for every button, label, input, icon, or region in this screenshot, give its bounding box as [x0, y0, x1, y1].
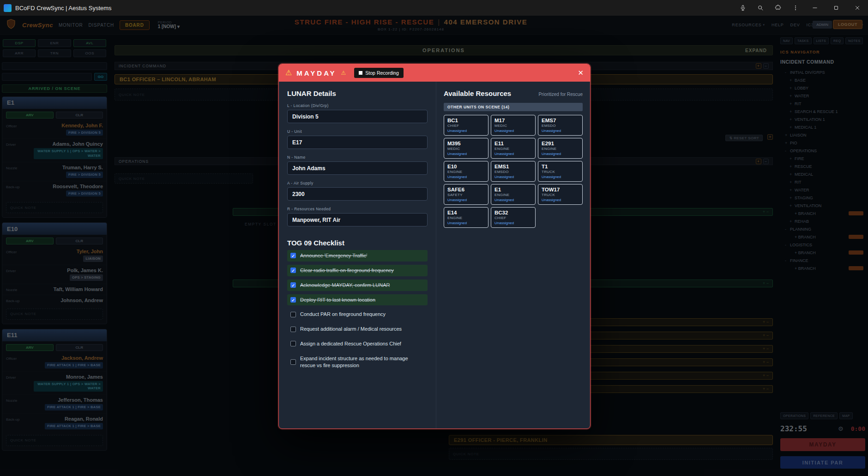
- checklist-item-label: Announce 'Emergency Traffic': [300, 252, 367, 259]
- unit-status: Unassigned: [542, 175, 579, 179]
- checklist-item[interactable]: Conduct PAR on fireground frequency: [287, 309, 428, 320]
- maximize-button[interactable]: [826, 0, 847, 16]
- lunar-fields: L - Location (Div/Grp) U - Unit N - Name: [287, 103, 428, 226]
- unit-type: ENGINE: [494, 147, 532, 151]
- unit-id: M395: [447, 141, 485, 146]
- resource-unit-card[interactable]: SAFE6 SAFETY Unassigned: [444, 184, 488, 205]
- minimize-button[interactable]: [804, 0, 826, 16]
- unit-id: E10: [447, 164, 485, 169]
- lunar-field-label: A - Air Supply: [287, 181, 428, 185]
- mayday-modal-body: LUNAR Details L - Location (Div/Grp) U -…: [279, 82, 590, 428]
- checklist-checkbox[interactable]: [290, 297, 296, 303]
- checklist-item-label: Acknowledge MAYDAY, confirm LUNAR: [300, 282, 390, 289]
- resource-unit-card[interactable]: M17 MEDIC Unassigned: [491, 115, 536, 136]
- unit-status: Unassigned: [447, 152, 485, 156]
- checklist-item-label: Clear radio traffic on fireground freque…: [300, 267, 394, 274]
- checklist-checkbox[interactable]: [290, 327, 296, 332]
- resource-unit-card[interactable]: T1 TRUCK Unassigned: [538, 161, 583, 182]
- warning-icon: ⚠: [285, 69, 292, 77]
- resource-unit-grid: BC1 CHIEF Unassigned M17 MEDIC Unassigne…: [444, 115, 583, 228]
- unit-status: Unassigned: [542, 198, 579, 202]
- unit-type: TRUCK: [542, 193, 579, 197]
- checklist-checkbox[interactable]: [290, 282, 296, 288]
- checklist-checkbox[interactable]: [290, 341, 296, 346]
- checklist-item[interactable]: Request additional alarm / Medical resou…: [287, 323, 428, 335]
- unit-id: E291: [542, 141, 579, 146]
- resource-unit-card[interactable]: E11 ENGINE Unassigned: [491, 138, 536, 159]
- window-title: BCoFD CrewSync | Aestus Systems: [15, 5, 112, 12]
- checklist-item[interactable]: Acknowledge MAYDAY, confirm LUNAR: [287, 280, 428, 291]
- lunar-field-label: U - Unit: [287, 129, 428, 134]
- unit-type: CHIEF: [494, 216, 532, 220]
- resource-unit-card[interactable]: E14 ENGINE Unassigned: [444, 207, 488, 228]
- resource-unit-card[interactable]: BC1 CHIEF Unassigned: [444, 115, 488, 136]
- unit-status: Unassigned: [447, 221, 485, 225]
- checklist-checkbox[interactable]: [290, 359, 296, 365]
- lunar-field-input[interactable]: [287, 187, 428, 201]
- app-screen: BCoFD CrewSync | Aestus Systems CrewSync…: [0, 0, 868, 476]
- resource-unit-card[interactable]: E10 ENGINE Unassigned: [444, 161, 488, 182]
- lunar-field-input[interactable]: [287, 136, 428, 149]
- checklist-item-label: Conduct PAR on fireground frequency: [300, 311, 386, 318]
- checklist-item[interactable]: Deploy RIT to last known location: [287, 294, 428, 306]
- resource-unit-card[interactable]: TOW17 TRUCK Unassigned: [538, 184, 583, 205]
- warning-icon: ⚠: [341, 70, 346, 76]
- resources-column: Available Resources Prioritized for Resc…: [436, 82, 590, 428]
- checklist-item[interactable]: Clear radio traffic on fireground freque…: [287, 265, 428, 276]
- checklist-checkbox[interactable]: [290, 268, 296, 273]
- lunar-field: U - Unit: [287, 129, 428, 149]
- resource-unit-card[interactable]: EMS1 EMSDO Unassigned: [491, 161, 536, 182]
- close-window-button[interactable]: [847, 0, 868, 16]
- lunar-field: N - Name: [287, 155, 428, 175]
- tog-checklist: Announce 'Emergency Traffic' Clear radio…: [287, 250, 428, 371]
- menu-kebab-icon[interactable]: [787, 0, 804, 16]
- lunar-field-input[interactable]: [287, 161, 428, 175]
- extensions-icon[interactable]: [769, 0, 787, 16]
- checklist-item-label: Assign a dedicated Rescue Operations Chi…: [300, 340, 401, 347]
- lunar-field-input[interactable]: [287, 110, 428, 123]
- checklist-item[interactable]: Announce 'Emergency Traffic': [287, 250, 428, 262]
- stop-icon: [359, 71, 362, 75]
- resource-unit-card[interactable]: E291 ENGINE Unassigned: [538, 138, 583, 159]
- lunar-field: R - Resources Needed: [287, 207, 428, 226]
- unit-status: Unassigned: [494, 129, 532, 133]
- unit-status: Unassigned: [494, 198, 532, 202]
- lunar-details-title: LUNAR Details: [287, 89, 428, 97]
- resource-unit-card[interactable]: EMS7 EMSDO Unassigned: [538, 115, 583, 136]
- checklist-checkbox[interactable]: [290, 312, 296, 317]
- unit-type: EMSDO: [494, 170, 532, 174]
- search-icon[interactable]: [752, 0, 769, 16]
- close-icon[interactable]: ✕: [578, 69, 584, 77]
- checklist-item-label: Request additional alarm / Medical resou…: [300, 326, 402, 333]
- prioritized-note: Prioritized for Rescue: [538, 92, 583, 97]
- resource-unit-card[interactable]: BC32 CHIEF Unassigned: [491, 207, 536, 228]
- unit-type: TRUCK: [542, 170, 579, 174]
- stop-recording-label: Stop Recording: [365, 70, 398, 76]
- mayday-modal-title: MAYDAY: [296, 69, 336, 77]
- mayday-modal: ⚠ MAYDAY ⚠ Stop Recording ✕ LUNAR Detail…: [278, 64, 591, 429]
- lunar-field-input[interactable]: [287, 213, 428, 226]
- lunar-field-label: N - Name: [287, 155, 428, 160]
- checklist-item[interactable]: Assign a dedicated Rescue Operations Chi…: [287, 338, 428, 350]
- titlebar-left: BCoFD CrewSync | Aestus Systems: [0, 4, 112, 12]
- stop-recording-button[interactable]: Stop Recording: [354, 68, 403, 78]
- unit-id: SAFE6: [447, 187, 485, 192]
- unit-type: EMSDO: [542, 124, 579, 128]
- mic-icon[interactable]: [734, 0, 752, 16]
- unit-type: ENGINE: [447, 170, 485, 174]
- checklist-item-label: Expand incident structure as needed to m…: [300, 355, 424, 369]
- unit-id: EMS1: [494, 164, 532, 169]
- unit-type: MEDIC: [494, 124, 532, 128]
- lunar-field-label: R - Resources Needed: [287, 207, 428, 211]
- resource-unit-card[interactable]: E1 ENGINE Unassigned: [491, 184, 536, 205]
- resource-unit-card[interactable]: M395 MEDIC Unassigned: [444, 138, 488, 159]
- resources-header: Available Resources Prioritized for Resc…: [444, 89, 583, 97]
- checklist-checkbox[interactable]: [290, 253, 296, 258]
- checklist-item[interactable]: Expand incident structure as needed to m…: [287, 353, 428, 371]
- unit-type: CHIEF: [447, 124, 485, 128]
- unit-status: Unassigned: [447, 198, 485, 202]
- lunar-field: A - Air Supply: [287, 181, 428, 201]
- unit-id: T1: [542, 164, 579, 169]
- window-titlebar: BCoFD CrewSync | Aestus Systems: [0, 0, 868, 16]
- unit-id: TOW17: [542, 187, 579, 192]
